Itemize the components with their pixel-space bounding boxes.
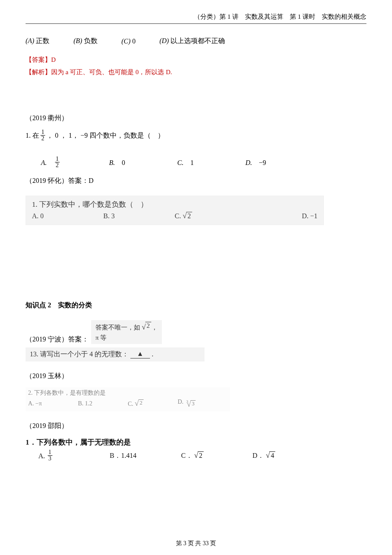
ningbo-line1: 答案不唯一，如 — [95, 324, 140, 331]
ningbo-tail: ， — [151, 324, 158, 331]
sqrt-icon: 2 — [194, 451, 204, 460]
year-yulin: （2019 玉林） — [26, 372, 366, 381]
scanD-stem: 1．下列各数中，属于无理数的是 — [26, 437, 366, 447]
q1-opt-a: A. 1 2 — [41, 156, 109, 169]
ningbo-answer-box: 答案不唯一，如 2， π 等 — [91, 320, 162, 344]
q1-opt-b: B. 0 — [109, 159, 177, 167]
q0-c-text: 0 — [132, 38, 135, 45]
q0-opt-c: (C) 0 — [121, 38, 135, 45]
scanA-c-rad: 2 — [186, 212, 192, 220]
fill-blank: ▲ — [130, 350, 150, 358]
q0-opt-a: (A) 正数 — [26, 37, 49, 46]
scan-huaihua-question: 1. 下列实数中，哪个数是负数（ ） A. 0 B. 3 C. 2 D. −1 — [26, 196, 324, 225]
scanB-pre: 13. 请写出一个小于 4 的无理数： — [30, 350, 129, 358]
scan-shaoyang-question: 1．下列各数中，属于无理数的是 A. 1 3 B．1.414 C． 2 D． 4 — [26, 437, 366, 464]
q1-mid: ， 0 ， 1， −9 四个数中，负数是（ ） — [46, 131, 164, 140]
q0-opt-b: (B) 负数 — [73, 37, 97, 46]
q1-d-val: −9 — [259, 159, 266, 167]
q1-b-val: 0 — [122, 159, 125, 167]
scanA-b: B. 3 — [104, 212, 175, 220]
scanD-d-lbl: D． — [253, 452, 265, 459]
section-2-title: 知识点 2 实数的分类 — [26, 301, 366, 310]
scanB-tail: . — [152, 350, 153, 358]
triangle-icon: ▲ — [137, 350, 144, 357]
ans0-title: 【答案】 — [26, 56, 51, 63]
sqrt-icon: 4 — [266, 451, 275, 460]
scanC-c: C. 2 — [128, 399, 178, 408]
scanA-d: D. −1 — [246, 212, 318, 220]
ningbo-answer: （2019 宁波）答案： 答案不唯一，如 2， π 等 — [26, 320, 366, 344]
scanA-c: C. 2 — [175, 212, 246, 220]
scanD-options: A. 1 3 B．1.414 C． 2 D． 4 — [26, 450, 324, 462]
q1-a-num: 1 — [55, 156, 60, 162]
scanD-d-rad: 4 — [269, 451, 275, 460]
q0-d-text: 以上选项都不正确 — [170, 37, 225, 44]
page-header: （分类）第 1 讲 实数及其运算 第 1 课时 实数的相关概念 — [26, 13, 366, 24]
answer-huaihua: （2019 怀化）答案：D — [26, 176, 366, 185]
scanC-c-lbl: C. — [128, 401, 133, 407]
scan-yulin-question: 2. 下列各数中，是有理数的是 A. −π B. 1.2 C. 2 D. 3 3 — [26, 387, 230, 411]
q0-d-label: (D) — [159, 37, 169, 44]
scanD-a-num: 1 — [48, 449, 52, 456]
scanC-a: A. −π — [28, 400, 78, 407]
scanD-a: A. 1 3 — [26, 450, 110, 462]
sqrt-icon: 2 — [142, 322, 151, 333]
ans0-value: D — [51, 56, 56, 63]
scanC-stem: 2. 下列各数中，是有理数的是 — [28, 389, 228, 397]
document-page: （分类）第 1 讲 实数及其运算 第 1 课时 实数的相关概念 (A) 正数 (… — [0, 0, 392, 555]
q1-options: A. 1 2 B. 0 C. 1 D. −9 — [41, 156, 314, 169]
q1-c-val: 1 — [190, 159, 194, 167]
q1-a-frac: 1 2 — [55, 156, 60, 168]
scanD-c: C． 2 — [181, 451, 253, 460]
ningbo-rad: 2 — [145, 322, 151, 330]
q1-stem: 1. 在 1 2 ， 0 ， 1， −9 四个数中，负数是（ ） — [26, 130, 366, 142]
scanD-c-rad: 2 — [198, 451, 204, 460]
q0-a-text: 正数 — [36, 37, 49, 44]
answer-label: 【答案】D — [26, 56, 366, 64]
scan-ningbo-question: 13. 请写出一个小于 4 的无理数： ▲ . — [26, 347, 205, 361]
scanA-stem: 1. 下列实数中，哪个数是负数（ ） — [32, 199, 317, 209]
scanD-a-frac: 1 3 — [48, 449, 52, 462]
page-footer: 第 3 页 共 33 页 — [0, 540, 392, 547]
scanA-options: A. 0 B. 3 C. 2 D. −1 — [32, 212, 317, 220]
year-quzhou: （2019 衢州） — [26, 114, 366, 123]
sqrt-icon: 2 — [135, 399, 144, 408]
q1-frac-den: 2 — [40, 136, 45, 142]
scanD-d: D． 4 — [253, 451, 324, 460]
ans0-expl-title: 【解析】 — [26, 69, 51, 75]
scanD-a-lbl: A. — [38, 452, 45, 460]
q1-d-lbl: D. — [245, 159, 252, 167]
q1-frac-num: 1 — [40, 129, 45, 136]
q0-c-label: (C) — [121, 38, 130, 45]
q1-prefix: 1. 在 — [26, 131, 39, 140]
explanation: 【解析】因为 a 可正、可负、也可能是 0，所以选 D. — [26, 68, 366, 76]
scanD-b: B．1.414 — [110, 451, 182, 460]
q1-a-den: 2 — [55, 162, 60, 168]
scanC-c-rad: 2 — [138, 399, 144, 406]
cbrt-icon: 3 3 — [185, 400, 196, 409]
ningbo-line2: π 等 — [95, 333, 158, 343]
scanC-d: D. 3 3 — [178, 399, 228, 409]
q1-opt-c: C. 1 — [177, 159, 245, 167]
year-shaoyang: （2019 邵阳） — [26, 422, 366, 431]
scanD-c-lbl: C． — [181, 452, 193, 459]
scanA-a: A. 0 — [32, 212, 104, 220]
q1-frac: 1 2 — [40, 129, 45, 142]
scanC-b: B. 1.2 — [78, 400, 128, 407]
ningbo-label: （2019 宁波）答案： — [26, 335, 89, 344]
sqrt-icon: 2 — [183, 212, 192, 220]
q0-b-text: 负数 — [84, 37, 98, 44]
scanC-d-rad: 3 — [190, 400, 196, 407]
q1-b-lbl: B. — [109, 159, 115, 167]
scanC-d-lbl: D. — [178, 399, 184, 405]
q1-a-lbl: A. — [41, 159, 47, 167]
scanC-options: A. −π B. 1.2 C. 2 D. 3 3 — [28, 399, 228, 409]
scanA-c-lbl: C. — [175, 212, 181, 220]
q1-c-lbl: C. — [177, 159, 184, 167]
q0-options: (A) 正数 (B) 负数 (C) 0 (D) 以上选项都不正确 — [26, 37, 366, 46]
scanD-a-den: 3 — [48, 456, 52, 462]
q0-b-label: (B) — [73, 37, 82, 44]
ans0-expl-text: 因为 a 可正、可负、也可能是 0，所以选 D. — [51, 69, 172, 75]
q0-opt-d: (D) 以上选项都不正确 — [159, 37, 225, 46]
q0-a-label: (A) — [26, 37, 34, 44]
